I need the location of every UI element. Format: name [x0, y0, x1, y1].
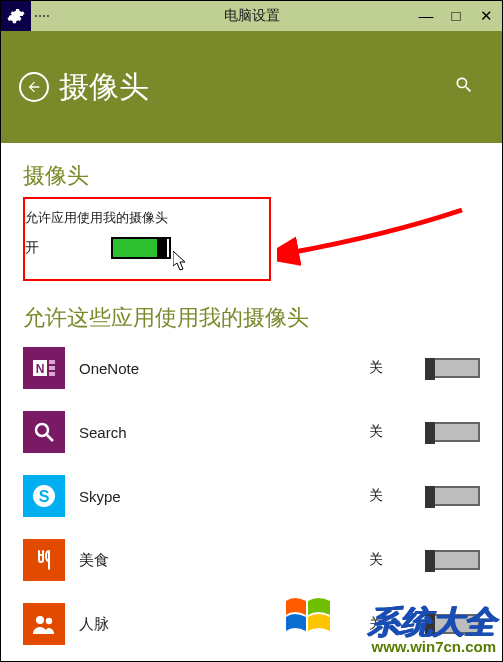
app-toggle-state: 关: [369, 615, 425, 633]
allow-camera-label: 允许应用使用我的摄像头: [25, 209, 259, 227]
app-name-label: 美食: [79, 551, 369, 570]
app-icon: S: [23, 475, 65, 517]
svg-rect-6: [29, 417, 59, 447]
svg-point-14: [36, 616, 44, 624]
window-title: 电脑设置: [224, 7, 280, 25]
page-header: 摄像头: [1, 31, 502, 143]
camera-toggle-state: 开: [25, 239, 95, 257]
app-row: SSkype关: [23, 475, 480, 517]
search-button[interactable]: [454, 75, 474, 99]
app-row: NOneNote关: [23, 347, 480, 389]
app-name-label: Skype: [79, 488, 369, 505]
app-toggle-state: 关: [369, 551, 425, 569]
close-button[interactable]: ✕: [476, 1, 496, 31]
minimize-button[interactable]: —: [416, 1, 436, 31]
app-icon: [23, 539, 65, 581]
search-icon: [454, 75, 474, 95]
app-toggle[interactable]: [425, 486, 480, 506]
app-toggle[interactable]: [425, 358, 480, 378]
app-row: Search关: [23, 411, 480, 453]
app-name-label: 人脉: [79, 615, 369, 634]
svg-point-15: [46, 618, 52, 624]
highlighted-region: 允许应用使用我的摄像头 开: [23, 197, 271, 281]
app-icon: [23, 603, 65, 645]
settings-app-icon: [1, 1, 31, 31]
app-toggle-state: 关: [369, 359, 425, 377]
apps-section-title: 允许这些应用使用我的摄像头: [23, 303, 480, 333]
arrow-left-icon: [26, 79, 42, 95]
gear-icon: [7, 7, 25, 25]
camera-master-toggle[interactable]: [111, 237, 171, 259]
title-bar: 电脑设置 — □ ✕: [1, 1, 502, 31]
svg-text:N: N: [36, 362, 45, 376]
app-name-label: Search: [79, 424, 369, 441]
svg-rect-4: [49, 366, 55, 370]
app-toggle-state: 关: [369, 423, 425, 441]
svg-text:S: S: [39, 488, 50, 505]
app-icon: [23, 411, 65, 453]
app-toggle[interactable]: [425, 550, 480, 570]
app-name-label: OneNote: [79, 360, 369, 377]
app-row: 人脉关: [23, 603, 480, 645]
title-grip: [35, 15, 49, 17]
app-toggle[interactable]: [425, 422, 480, 442]
camera-section-title: 摄像头: [23, 161, 480, 191]
app-icon: N: [23, 347, 65, 389]
app-list: NOneNote关Search关SSkype关美食关人脉关日历关: [23, 347, 480, 662]
app-toggle-state: 关: [369, 487, 425, 505]
svg-rect-13: [29, 609, 59, 639]
svg-rect-3: [49, 360, 55, 364]
page-title: 摄像头: [59, 67, 149, 108]
app-row: 美食关: [23, 539, 480, 581]
app-toggle[interactable]: [425, 614, 480, 634]
svg-rect-5: [49, 372, 55, 376]
back-button[interactable]: [19, 72, 49, 102]
maximize-button[interactable]: □: [446, 1, 466, 31]
